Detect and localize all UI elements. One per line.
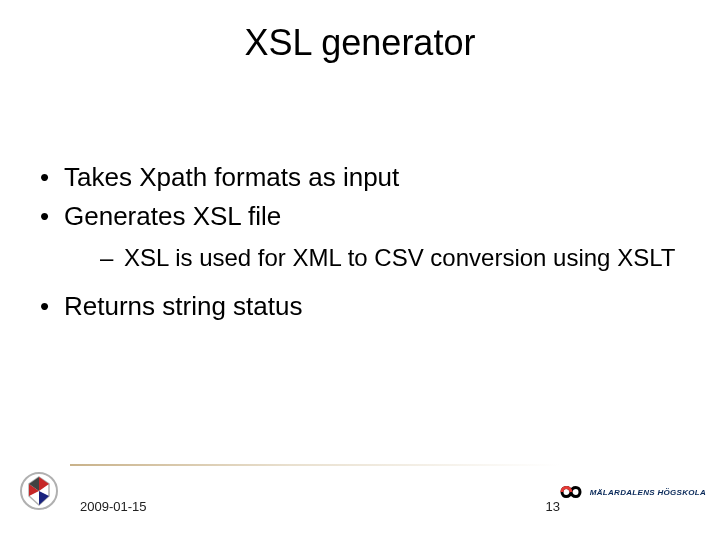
bullet-text: Generates XSL file bbox=[64, 201, 281, 231]
malardalens-logo: MÄLARDALENS HÖGSKOLA bbox=[556, 474, 706, 510]
footer: 2009-01-15 13 MÄLARDALENS HÖGSKOLA bbox=[0, 460, 720, 520]
bullet-item: Returns string status bbox=[34, 289, 690, 324]
sub-bullet-list: XSL is used for XML to CSV conversion us… bbox=[64, 242, 690, 274]
slide: XSL generator Takes Xpath formats as inp… bbox=[0, 0, 720, 540]
slide-title: XSL generator bbox=[0, 22, 720, 64]
bullet-item: Generates XSL file XSL is used for XML t… bbox=[34, 199, 690, 274]
sub-bullet-item: XSL is used for XML to CSV conversion us… bbox=[64, 242, 690, 274]
infinity-icon bbox=[556, 478, 586, 506]
fer-logo bbox=[18, 470, 60, 512]
content-area: Takes Xpath formats as input Generates X… bbox=[34, 160, 690, 328]
bullet-item: Takes Xpath formats as input bbox=[34, 160, 690, 195]
bullet-list: Takes Xpath formats as input Generates X… bbox=[34, 160, 690, 324]
logo-text: MÄLARDALENS HÖGSKOLA bbox=[590, 488, 706, 497]
footer-divider bbox=[70, 464, 560, 466]
shield-icon bbox=[18, 470, 60, 512]
footer-date: 2009-01-15 bbox=[80, 499, 147, 514]
